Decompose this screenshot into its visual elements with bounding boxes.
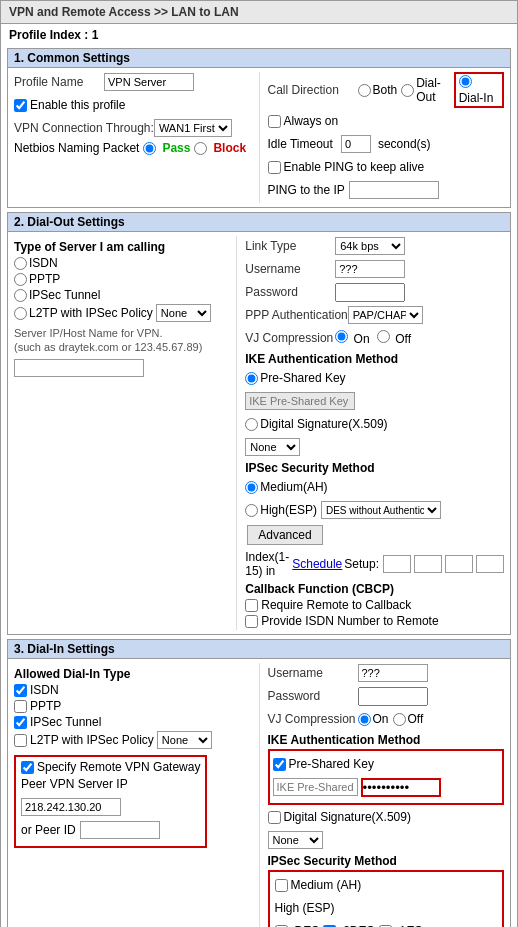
pre-shared-label-out: Pre-Shared Key bbox=[260, 371, 345, 385]
provide-isdn-label: Provide ISDN Number to Remote bbox=[261, 614, 438, 628]
medium-ah-label-out: Medium(AH) bbox=[260, 480, 327, 494]
vj-compression-row: VJ Compression On Off bbox=[245, 328, 504, 348]
server-ip-input[interactable] bbox=[14, 359, 144, 377]
netbios-pass-label: Pass bbox=[162, 141, 190, 155]
din-ipsec-title: IPSec Security Method bbox=[268, 854, 505, 868]
din-l2tp-select[interactable]: None bbox=[157, 731, 212, 749]
require-callback-checkbox[interactable] bbox=[245, 599, 258, 612]
advanced-row: Advanced bbox=[245, 523, 504, 547]
din-ike-key-value-input[interactable] bbox=[361, 778, 441, 797]
digital-sig-select-out[interactable]: None bbox=[245, 438, 300, 456]
pptp-radio[interactable] bbox=[14, 273, 27, 286]
din-vj-off-radio[interactable] bbox=[393, 713, 406, 726]
link-type-select[interactable]: 64k bps bbox=[335, 237, 405, 255]
din-pre-shared-row: Pre-Shared Key bbox=[273, 754, 500, 774]
advanced-button[interactable]: Advanced bbox=[247, 525, 322, 545]
schedule-link[interactable]: Schedule bbox=[292, 557, 342, 571]
dial-out-password-input[interactable] bbox=[335, 283, 405, 302]
dial-out-username-input[interactable] bbox=[335, 260, 405, 278]
din-ipsec-label: IPSec Tunnel bbox=[30, 715, 101, 729]
idle-timeout-input[interactable] bbox=[341, 135, 371, 153]
specify-gateway-checkbox[interactable] bbox=[21, 761, 34, 774]
schedule-input-4[interactable] bbox=[476, 555, 504, 573]
vpn-connection-select[interactable]: WAN1 First bbox=[154, 119, 232, 137]
ppp-auth-select[interactable]: PAP/CHAP bbox=[348, 306, 423, 324]
din-ike-key-row bbox=[273, 777, 500, 797]
high-esp-radio-out[interactable] bbox=[245, 504, 258, 517]
din-l2tp-checkbox[interactable] bbox=[14, 734, 27, 747]
l2tp-policy-select[interactable]: None bbox=[156, 304, 211, 322]
l2tp-radio[interactable] bbox=[14, 307, 27, 320]
dial-in-left: Allowed Dial-In Type ISDN PPTP IPSec bbox=[14, 663, 259, 927]
provide-isdn-checkbox[interactable] bbox=[245, 615, 258, 628]
netbios-block-label: Block bbox=[213, 141, 246, 155]
din-username-input[interactable] bbox=[358, 664, 428, 682]
din-password-input[interactable] bbox=[358, 687, 428, 706]
netbios-pass-radio[interactable] bbox=[143, 142, 156, 155]
dial-out-username-row: Username bbox=[245, 259, 504, 279]
always-on-label: Always on bbox=[284, 114, 339, 128]
ike-key-input-out[interactable] bbox=[245, 392, 355, 410]
dial-out-type-group: ISDN PPTP IPSec Tunnel L2TP with IP bbox=[14, 256, 228, 322]
always-on-checkbox[interactable] bbox=[268, 115, 281, 128]
common-left: Profile Name Enable this profile VPN Con… bbox=[14, 72, 259, 203]
ppp-auth-row: PPP Authentication PAP/CHAP bbox=[245, 305, 504, 325]
section-common-title: 1. Common Settings bbox=[8, 49, 510, 68]
din-isdn-checkbox[interactable] bbox=[14, 684, 27, 697]
vj-on-radio[interactable] bbox=[335, 330, 348, 343]
section-dial-out-body: Type of Server I am calling ISDN PPTP bbox=[8, 232, 510, 634]
call-dir-dialin-radio[interactable] bbox=[459, 75, 472, 88]
ping-keep-alive-checkbox[interactable] bbox=[268, 161, 281, 174]
idle-timeout-label: Idle Timeout bbox=[268, 137, 333, 151]
dial-out-left: Type of Server I am calling ISDN PPTP bbox=[14, 236, 236, 630]
din-isdn-label: ISDN bbox=[30, 683, 59, 697]
dial-out-password-label: Password bbox=[245, 285, 335, 299]
din-vj-on-radio[interactable] bbox=[358, 713, 371, 726]
profile-name-input[interactable] bbox=[104, 73, 194, 91]
pptp-row: PPTP bbox=[14, 272, 228, 286]
section-dial-in: 3. Dial-In Settings Allowed Dial-In Type… bbox=[7, 639, 511, 927]
callback-title-out: Callback Function (CBCP) bbox=[245, 582, 504, 596]
din-digital-sig-label: Digital Signature(X.509) bbox=[284, 810, 411, 824]
din-pre-shared-checkbox[interactable] bbox=[273, 758, 286, 771]
peer-ip-input[interactable] bbox=[21, 798, 121, 816]
call-direction-row: Call Direction Both Dial-Out Dial-In bbox=[268, 72, 505, 108]
ping-to-ip-input[interactable] bbox=[349, 181, 439, 199]
call-dir-dialout-radio[interactable] bbox=[401, 84, 414, 97]
pre-shared-radio-out[interactable] bbox=[245, 372, 258, 385]
call-dir-both-radio[interactable] bbox=[358, 84, 371, 97]
medium-ah-row-out: Medium(AH) bbox=[245, 477, 504, 497]
din-vj-on-label: On bbox=[373, 712, 389, 726]
specify-gateway-box: Specify Remote VPN Gateway Peer VPN Serv… bbox=[14, 755, 207, 848]
din-digital-sig-select[interactable]: None bbox=[268, 831, 323, 849]
pptp-label: PPTP bbox=[29, 272, 60, 286]
ipsec-row: IPSec Tunnel bbox=[14, 288, 228, 302]
schedule-input-3[interactable] bbox=[445, 555, 473, 573]
vj-off-radio[interactable] bbox=[377, 330, 390, 343]
provide-isdn-row: Provide ISDN Number to Remote bbox=[245, 614, 504, 628]
schedule-input-2[interactable] bbox=[414, 555, 442, 573]
enable-label: Enable this profile bbox=[30, 98, 125, 112]
ipsec-radio[interactable] bbox=[14, 289, 27, 302]
peer-ip-label: Peer VPN Server IP bbox=[21, 777, 128, 791]
netbios-block-radio[interactable] bbox=[194, 142, 207, 155]
digital-sig-radio-out[interactable] bbox=[245, 418, 258, 431]
enable-checkbox[interactable] bbox=[14, 99, 27, 112]
common-right: Call Direction Both Dial-Out Dial-In bbox=[259, 72, 505, 203]
din-ipsec-row: IPSec Tunnel bbox=[14, 715, 251, 729]
schedule-input-1[interactable] bbox=[383, 555, 411, 573]
din-pptp-checkbox[interactable] bbox=[14, 700, 27, 713]
peer-id-input[interactable] bbox=[80, 821, 160, 839]
medium-ah-radio-out[interactable] bbox=[245, 481, 258, 494]
din-medium-checkbox[interactable] bbox=[275, 879, 288, 892]
din-digital-sig-checkbox[interactable] bbox=[268, 811, 281, 824]
din-ike-key-label[interactable] bbox=[273, 778, 358, 796]
pre-shared-row-out: Pre-Shared Key bbox=[245, 368, 504, 388]
high-esp-select-out[interactable]: DES without Authentication bbox=[321, 501, 441, 519]
din-ike-title: IKE Authentication Method bbox=[268, 733, 505, 747]
dial-in-label: Dial-In bbox=[459, 91, 494, 105]
din-ipsec-checkbox[interactable] bbox=[14, 716, 27, 729]
dial-out-two-col: Type of Server I am calling ISDN PPTP bbox=[14, 236, 504, 630]
section-dial-out-title: 2. Dial-Out Settings bbox=[8, 213, 510, 232]
isdn-radio[interactable] bbox=[14, 257, 27, 270]
